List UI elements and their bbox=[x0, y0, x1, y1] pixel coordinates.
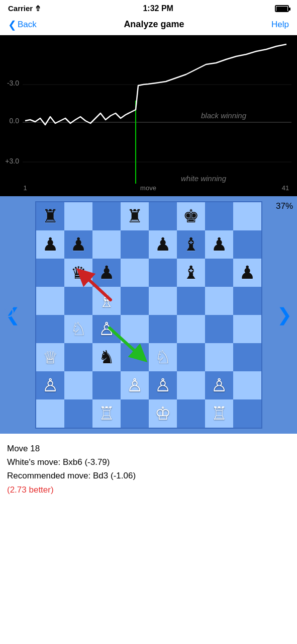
cell-a4 bbox=[36, 315, 64, 343]
cell-c4: ♙ bbox=[92, 315, 121, 343]
cell-e4 bbox=[149, 315, 177, 343]
better-label: (2.73 better) bbox=[7, 483, 290, 497]
back-label: Back bbox=[18, 20, 37, 30]
piece-bp-e7: ♟ bbox=[155, 235, 171, 254]
cell-a3: ♕ bbox=[36, 343, 64, 371]
piece-wr-g1: ♖ bbox=[211, 405, 227, 423]
cell-d1 bbox=[121, 399, 149, 428]
wifi-icon: ⇮ bbox=[35, 4, 41, 13]
cell-b3 bbox=[64, 343, 92, 371]
chess-board[interactable]: ♜ ♜ ♚ ♟ ♟ ♟ ♝ ♟ ♛ ♟ ♝ bbox=[35, 201, 262, 429]
cell-c1: ♖ bbox=[92, 399, 121, 428]
cell-g2: ♙ bbox=[205, 371, 233, 399]
cell-b7: ♟ bbox=[64, 230, 92, 259]
cell-d2: ♙ bbox=[121, 371, 149, 399]
cell-h2 bbox=[233, 371, 261, 399]
cell-f3 bbox=[177, 343, 205, 371]
time-label: 1:32 PM bbox=[143, 4, 173, 13]
cell-g1: ♖ bbox=[205, 399, 233, 428]
svg-text:41: 41 bbox=[282, 184, 289, 192]
piece-bp-h6: ♟ bbox=[239, 264, 255, 282]
cell-g4 bbox=[205, 315, 233, 343]
cell-f2 bbox=[177, 371, 205, 399]
cell-c3: ♞ bbox=[92, 343, 121, 371]
cell-c7 bbox=[92, 230, 121, 259]
cell-f1 bbox=[177, 399, 205, 428]
cell-h7 bbox=[233, 230, 261, 259]
piece-bb-f6: ♝ bbox=[183, 264, 199, 282]
piece-wh-e3: ♘ bbox=[155, 348, 171, 366]
cell-h5 bbox=[233, 287, 261, 315]
cell-h1 bbox=[233, 399, 261, 428]
piece-bb-f7: ♝ bbox=[183, 235, 199, 254]
cell-g7: ♟ bbox=[205, 230, 233, 259]
cell-a7: ♟ bbox=[36, 230, 64, 259]
cell-e6 bbox=[149, 259, 177, 287]
cell-b5 bbox=[64, 287, 92, 315]
cell-c6: ♟ bbox=[92, 259, 121, 287]
zoom-icon[interactable] bbox=[2, 305, 18, 325]
nav-bar: ❮ Back Analyze game Help bbox=[0, 15, 297, 35]
help-button[interactable]: Help bbox=[271, 20, 289, 30]
cell-f8: ♚ bbox=[177, 202, 205, 230]
cell-f5 bbox=[177, 287, 205, 315]
analysis-chart[interactable]: -3.0 0.0 +3.0 1 move 41 black winning wh… bbox=[0, 35, 297, 196]
cell-e5 bbox=[149, 287, 177, 315]
cell-d6 bbox=[121, 259, 149, 287]
piece-wp-e2: ♙ bbox=[155, 376, 171, 394]
cell-a1 bbox=[36, 399, 64, 428]
cell-g5 bbox=[205, 287, 233, 315]
cell-d8: ♜ bbox=[121, 202, 149, 230]
page-title: Analyze game bbox=[124, 19, 184, 30]
piece-wp-g2: ♙ bbox=[211, 376, 227, 394]
cell-e1: ♔ bbox=[149, 399, 177, 428]
cell-e8 bbox=[149, 202, 177, 230]
cell-g6 bbox=[205, 259, 233, 287]
cell-d4 bbox=[121, 315, 149, 343]
cell-h6: ♟ bbox=[233, 259, 261, 287]
cell-f4 bbox=[177, 315, 205, 343]
cell-b1 bbox=[64, 399, 92, 428]
cell-h4 bbox=[233, 315, 261, 343]
svg-text:white winning: white winning bbox=[181, 174, 227, 183]
battery-container bbox=[275, 5, 289, 12]
board-section: ❮ 37% ♜ ♜ ♚ ♟ ♟ ♟ ♝ bbox=[0, 196, 297, 434]
move-number: Move 18 bbox=[7, 442, 290, 455]
cell-b2 bbox=[64, 371, 92, 399]
piece-wr-c1: ♖ bbox=[98, 405, 115, 423]
status-bar: Carrier ⇮ 1:32 PM bbox=[0, 0, 297, 15]
chess-board-wrapper: ♜ ♜ ♚ ♟ ♟ ♟ ♝ ♟ ♛ ♟ ♝ bbox=[35, 201, 262, 429]
cell-c2 bbox=[92, 371, 121, 399]
cell-d3 bbox=[121, 343, 149, 371]
cell-c8 bbox=[92, 202, 121, 230]
battery-icon bbox=[275, 5, 289, 12]
piece-bp-a7: ♟ bbox=[42, 235, 58, 254]
cell-e3: ♘ bbox=[149, 343, 177, 371]
cell-e2: ♙ bbox=[149, 371, 177, 399]
carrier-label: Carrier ⇮ bbox=[8, 4, 41, 13]
cell-c5: ♗ bbox=[92, 287, 121, 315]
piece-bn-c3: ♞ bbox=[98, 348, 115, 366]
piece-wp-a2: ♙ bbox=[42, 376, 58, 394]
piece-bp-b7: ♟ bbox=[70, 235, 86, 254]
cell-f7: ♝ bbox=[177, 230, 205, 259]
piece-br-a8: ♜ bbox=[42, 207, 58, 225]
cell-a2: ♙ bbox=[36, 371, 64, 399]
cell-d5 bbox=[121, 287, 149, 315]
piece-wb-c5: ♗ bbox=[98, 292, 115, 310]
svg-text:move: move bbox=[140, 184, 156, 192]
piece-bp-g7: ♟ bbox=[211, 235, 227, 254]
piece-bp-c6: ♟ bbox=[98, 264, 115, 282]
cell-h8 bbox=[233, 202, 261, 230]
cell-b8 bbox=[64, 202, 92, 230]
piece-wp-d2: ♙ bbox=[127, 376, 143, 394]
cell-g3 bbox=[205, 343, 233, 371]
cell-a8: ♜ bbox=[36, 202, 64, 230]
back-button[interactable]: ❮ Back bbox=[8, 20, 37, 30]
piece-wp-c4: ♙ bbox=[98, 320, 115, 338]
svg-text:+3.0: +3.0 bbox=[5, 157, 19, 165]
cell-g8 bbox=[205, 202, 233, 230]
cell-d7 bbox=[121, 230, 149, 259]
next-move-button[interactable]: ❯ bbox=[272, 299, 297, 331]
whites-move: White's move: Bxb6 (-3.79) bbox=[7, 455, 290, 469]
